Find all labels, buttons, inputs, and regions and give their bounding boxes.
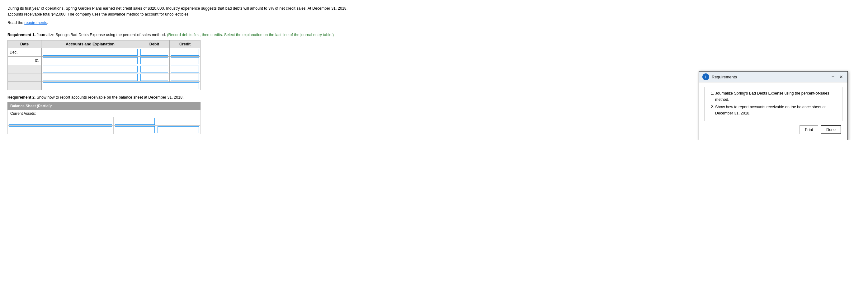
list-item: Show how to report accounts receivable o… [715,104,838,116]
account-input-1[interactable] [43,49,137,56]
list-item: Journalize Spring's Bad Debts Expense us… [715,90,838,103]
account-input-2[interactable] [43,57,137,64]
date-month-cell: Dec. [8,48,41,56]
current-assets-label: Current Assets: [8,110,200,117]
debit-input-4[interactable] [141,74,168,81]
credit-input-1[interactable] [171,49,199,56]
empty-date-cell-5 [8,82,41,90]
table-row [8,73,200,82]
debit-input-cell-4 [139,73,170,82]
read-label: Read the [7,21,23,25]
debit-input-cell-3 [139,65,170,73]
col-header-date: Date [8,40,41,48]
read-requirements-line: Read the requirements. [7,21,861,25]
debit-input-1[interactable] [141,49,168,56]
dialog-controls: − ✕ [830,74,844,79]
requirements-list: Journalize Spring's Bad Debts Expense us… [709,90,838,116]
balance-amount-cell-1 [114,117,156,125]
main-layout: Date Accounts and Explanation Debit Cred… [7,40,861,134]
info-icon: i [702,73,709,80]
explanation-input-cell [41,82,200,90]
account-input-4[interactable] [43,74,137,81]
journal-entry-table: Date Accounts and Explanation Debit Cred… [7,40,200,90]
balance-empty-cell-1 [156,117,200,125]
balance-amount-input-2[interactable] [115,126,154,133]
credit-input-cell-2 [170,56,200,65]
table-row: 31 [8,56,200,65]
balance-sheet-table: Balance Sheet (Partial): Current Assets: [7,102,200,134]
empty-date-cell-4 [8,73,41,82]
table-row [8,65,200,73]
intro-paragraph: During its first year of operations, Spr… [7,6,350,18]
balance-account-input-2[interactable] [9,126,112,133]
balance-sheet-header: Balance Sheet (Partial): [8,102,200,110]
balance-sheet-header-row: Balance Sheet (Partial): [8,102,200,110]
credit-input-2[interactable] [171,57,199,64]
account-input-cell-3 [41,65,139,73]
req2-bold: Requirement 2. [7,95,35,100]
date-day-cell: 31 [8,56,41,65]
debit-input-cell-2 [139,56,170,65]
close-button[interactable]: ✕ [838,75,844,79]
balance-account-cell-1 [8,117,114,125]
read-period: . [47,21,48,25]
dialog-footer: Print Done [704,125,842,135]
table-row: Dec. [8,48,200,56]
current-assets-row: Current Assets: [8,110,200,117]
debit-input-cell-1 [139,48,170,56]
account-input-cell-4 [41,73,139,82]
balance-amount-cell-2 [114,125,156,134]
balance-account-input-1[interactable] [9,118,112,125]
credit-input-cell-4 [170,73,200,82]
req1-instruction: (Record debits first, then credits. Sele… [166,33,334,37]
left-section: Date Accounts and Explanation Debit Cred… [7,40,200,134]
requirements-dialog: i Requirements − ✕ Journalize Spring's B… [699,71,848,140]
credit-input-4[interactable] [171,74,199,81]
credit-input-cell-1 [170,48,200,56]
requirement2-label: Requirement 2. Show how to report accoun… [7,95,200,100]
req2-text: Show how to report accounts receivable o… [35,95,183,100]
table-row [8,82,200,90]
account-input-cell-2 [41,56,139,65]
balance-input-row-1 [8,117,200,125]
account-input-cell-1 [41,48,139,56]
dialog-title: Requirements [712,75,830,79]
print-button[interactable]: Print [800,125,818,134]
balance-total-cell [156,125,200,134]
section-divider [7,28,861,28]
col-header-accounts: Accounts and Explanation [41,40,139,48]
requirement1-label: Requirement 1. Journalize Spring's Bad D… [7,33,861,37]
account-input-3[interactable] [43,66,137,72]
debit-input-3[interactable] [141,66,168,72]
col-header-credit: Credit [170,40,200,48]
requirements-link[interactable]: requirements [24,21,47,25]
balance-account-cell-2 [8,125,114,134]
dialog-content-box: Journalize Spring's Bad Debts Expense us… [704,87,842,121]
credit-input-cell-3 [170,65,200,73]
balance-input-row-2 [8,125,200,134]
credit-input-3[interactable] [171,66,199,72]
balance-amount-input-1[interactable] [115,118,154,125]
dialog-body: Journalize Spring's Bad Debts Expense us… [699,83,847,140]
req1-text: Journalize Spring's Bad Debts Expense us… [35,33,166,37]
empty-date-cell-3 [8,65,41,73]
dialog-titlebar: i Requirements − ✕ [699,71,847,83]
req1-bold: Requirement 1. [7,33,35,37]
explanation-input[interactable] [43,83,199,89]
debit-input-2[interactable] [141,57,168,64]
col-header-debit: Debit [139,40,170,48]
balance-total-input[interactable] [158,126,199,133]
minimize-button[interactable]: − [830,74,836,79]
done-button[interactable]: Done [821,125,841,134]
